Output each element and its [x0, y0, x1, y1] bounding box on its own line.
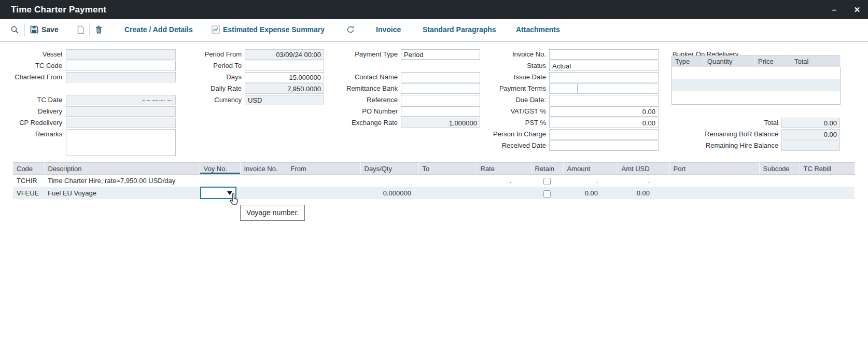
cell-amt-usd[interactable]: 0.00 [618, 187, 669, 199]
cell-amt-usd[interactable]: . [618, 175, 669, 187]
cell-tc-rebill[interactable] [800, 175, 855, 187]
grid-col-invoice-no[interactable]: Invoice No. [240, 163, 287, 175]
cell-amount[interactable]: . [563, 175, 618, 187]
cell-port[interactable] [669, 175, 759, 187]
grid-col-from[interactable]: From [287, 163, 360, 175]
invoice-button[interactable]: Invoice [376, 19, 401, 40]
person-in-charge-field[interactable] [549, 129, 659, 139]
save-button[interactable]: Save [30, 19, 59, 40]
cell-rate[interactable] [477, 187, 531, 199]
grid-col-amt-usd[interactable]: Amt USD [618, 163, 669, 175]
payment-terms-desc-field[interactable] [578, 83, 659, 94]
grid-col-tc-rebill[interactable]: TC Rebill [800, 163, 855, 175]
cell-amount[interactable]: 0.00 [563, 187, 618, 199]
cell-days-qty[interactable]: 0.000000 [360, 187, 418, 199]
bunker-total-label: Total [664, 118, 778, 128]
minimize-button[interactable]: – [827, 0, 842, 19]
tc-code-field[interactable] [66, 61, 176, 71]
cell-code[interactable]: TCHIR [13, 175, 44, 187]
days-field[interactable] [245, 72, 324, 82]
close-button[interactable]: ✕ [849, 0, 865, 19]
invoice-no-field[interactable] [549, 49, 659, 60]
cell-days-qty[interactable] [360, 175, 418, 187]
delete-button[interactable] [95, 19, 103, 40]
grid-col-retain[interactable]: Retain [531, 163, 563, 175]
window-title: Time Charter Payment [11, 0, 106, 19]
grid-col-days-qty[interactable]: Days/Qty [360, 163, 418, 175]
chartered-from-field [66, 72, 176, 82]
cell-voy-no [200, 187, 240, 199]
vat-gst-label: VAT/GST % [466, 106, 546, 117]
retain-checkbox[interactable] [543, 190, 551, 198]
retain-checkbox[interactable] [543, 178, 551, 185]
grid-col-code[interactable]: Code [13, 163, 44, 175]
payment-terms-label: Payment Terms [466, 83, 546, 94]
status-field[interactable] [549, 61, 659, 71]
period-from-field [245, 49, 324, 60]
issue-date-label: Issue Date [466, 72, 546, 82]
grid-col-rate[interactable]: Rate [477, 163, 531, 175]
cell-invoice-no[interactable] [240, 175, 287, 187]
bunker-col-quantity: Quantity [704, 56, 755, 67]
cell-invoice-no[interactable] [240, 187, 287, 199]
attachments-button[interactable]: Attachments [516, 19, 560, 40]
standard-paragraphs-button[interactable]: Standard Paragraphs [423, 19, 496, 40]
grid-col-subcode[interactable]: Subcode [759, 163, 800, 175]
remarks-field[interactable] [66, 129, 176, 156]
cell-from[interactable] [287, 187, 360, 199]
delivery-label: Delivery [0, 106, 62, 117]
cell-from[interactable] [287, 175, 360, 187]
grid-col-description[interactable]: Description [44, 163, 200, 175]
grid-header-row: Code Description Voy No. Invoice No. Fro… [13, 163, 855, 175]
voy-no-dropdown[interactable] [200, 187, 236, 199]
cell-subcode[interactable] [759, 175, 800, 187]
pst-field[interactable] [549, 118, 659, 128]
grid-col-voy-no[interactable]: Voy No. [200, 163, 240, 175]
estimated-expense-summary-button[interactable]: Estimated Expense Summary [212, 19, 325, 40]
bunker-table: Type Quantity Price Total [671, 55, 841, 105]
copy-button[interactable] [77, 19, 85, 40]
tc-code-label: TC Code [0, 61, 62, 71]
grid-col-to[interactable]: To [418, 163, 477, 175]
search-button[interactable] [10, 19, 19, 40]
bunker-row [672, 67, 841, 79]
tc-date-label: TC Date [0, 95, 62, 105]
cell-retain [531, 187, 563, 199]
currency-label: Currency [176, 95, 242, 105]
cell-port[interactable] [669, 187, 759, 199]
grid-row-tchir: TCHIR Time Charter Hire, rate=7,950.00 U… [13, 175, 855, 187]
cp-redelivery-label: CP Redelivery [0, 118, 62, 128]
cell-to[interactable] [418, 175, 477, 187]
payment-type-label: Payment Type [332, 49, 398, 60]
daily-rate-label: Daily Rate [176, 83, 242, 94]
received-date-field[interactable] [549, 140, 659, 151]
create-add-details-button[interactable]: Create / Add Details [124, 19, 193, 40]
voy-no-tooltip: Voyage number. [240, 205, 305, 221]
vat-gst-field[interactable] [549, 106, 659, 117]
grid-col-amount[interactable]: Amount [563, 163, 618, 175]
grid-col-port[interactable]: Port [669, 163, 759, 175]
refresh-button[interactable] [346, 19, 355, 40]
cell-retain [531, 175, 563, 187]
exchange-rate-label: Exchange Rate [332, 118, 398, 128]
bunker-col-total: Total [791, 56, 841, 67]
cell-code[interactable]: VFEUE [13, 187, 44, 199]
status-label: Status [466, 61, 546, 71]
delivery-field [66, 106, 176, 117]
cell-to[interactable] [418, 187, 477, 199]
cell-subcode[interactable] [759, 187, 800, 199]
search-icon [10, 25, 19, 34]
due-date-field[interactable] [549, 95, 659, 105]
cell-description[interactable]: Time Charter Hire, rate=7,950.00 USD/day [44, 175, 200, 187]
cell-rate[interactable]: . [477, 175, 531, 187]
save-icon [30, 25, 38, 34]
cell-tc-rebill[interactable] [800, 187, 855, 199]
issue-date-field[interactable] [549, 72, 659, 82]
bunker-row [672, 91, 841, 105]
cell-description[interactable]: Fuel EU Voyage [44, 187, 200, 199]
cell-voy-no[interactable] [200, 175, 240, 187]
line-items-grid: Code Description Voy No. Invoice No. Fro… [13, 162, 855, 199]
daily-rate-field [245, 83, 324, 94]
payment-terms-code-field[interactable] [549, 83, 578, 94]
period-to-field[interactable] [245, 61, 324, 71]
